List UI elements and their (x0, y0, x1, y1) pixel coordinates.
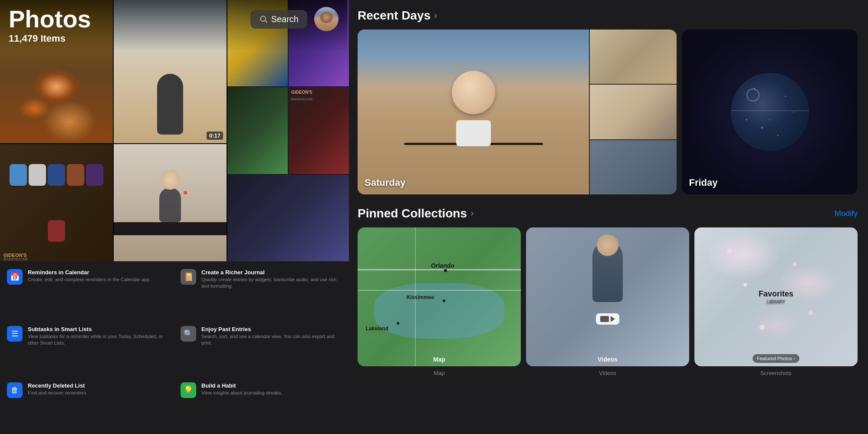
saturday-side-photos (590, 30, 677, 194)
pinned-collections-header: Pinned Collections › Modify (358, 207, 858, 220)
suggestion-desc: View insights about journaling streaks, (201, 390, 283, 396)
header-overlay: Photos 11,479 Items Search (0, 0, 347, 51)
sticker-2 (29, 164, 46, 186)
suggestion-text: Build a Habit View insights about journa… (201, 382, 283, 396)
suggestion-desc: Create, edit, and complete reminders in … (28, 276, 151, 283)
map-city-kissimmee: Kissimmee (407, 294, 434, 300)
friday-photo (682, 30, 858, 194)
suggestion-item[interactable]: 🔍 Enjoy Past Entries Search, sort, and s… (174, 322, 347, 378)
map-road (358, 269, 521, 270)
search-bar[interactable]: Search (250, 10, 307, 29)
saturday-main-photo (358, 30, 589, 194)
suggestion-text: Reminders in Calendar Create, edit, and … (28, 269, 151, 283)
friday-card[interactable]: Friday (682, 30, 858, 194)
suggestion-item[interactable]: 📔 Create a Richer Journal Quickly create… (174, 265, 347, 322)
map-city-lakeland: Lakeland (366, 326, 388, 332)
video-icon-badge (596, 313, 619, 325)
svg-line-1 (265, 21, 267, 23)
suggestion-icon: 📅 (7, 269, 23, 285)
photo-stickers[interactable]: GIDEON'S BAKEHOUSE (0, 144, 113, 261)
collection-favorites[interactable]: Favorites LIBRARY Featured Photos › (694, 227, 858, 366)
favorites-label: Favorites LIBRARY (759, 289, 793, 304)
suggestion-desc: Search, sort, and see a calendar view. Y… (201, 333, 340, 347)
poster-4: GIDEON'S BAKEHOUSE (289, 87, 349, 174)
suggestion-icon: 🔍 (181, 326, 196, 342)
user-avatar[interactable] (314, 7, 339, 31)
sticker-4 (67, 164, 84, 186)
suggestion-text: Recently Deleted List Find and recover r… (28, 382, 86, 396)
suggestion-title: Build a Habit (201, 382, 283, 389)
pinned-collections-chevron[interactable]: › (470, 208, 473, 219)
suggestion-icon: 🗑 (7, 382, 23, 398)
suggestion-desc: View subtasks for a reminder while in yo… (28, 333, 167, 347)
photos-title-block: Photos 11,479 Items (9, 7, 91, 44)
recent-days-header: Recent Days › (358, 9, 858, 23)
suggestion-icon: 📔 (181, 269, 196, 285)
collection-map-label: Map (358, 352, 521, 366)
suggestion-desc: Find and recover reminders (28, 390, 86, 396)
sticker-1 (10, 164, 27, 186)
collections-grid: Orlando Kissimmee Lakeland Map V (358, 227, 858, 366)
left-panel: 0:17 GIDEON'S BAKEHOUSE (0, 0, 347, 434)
suggestion-icon: ☰ (7, 326, 23, 342)
friday-label: Friday (689, 177, 717, 188)
sticker-6 (48, 220, 65, 242)
map-bottom-text: Map (358, 370, 521, 376)
recent-days-title: Recent Days (358, 9, 431, 23)
suggestion-item[interactable]: 💡 Build a Habit View insights about jour… (174, 378, 347, 430)
suggestion-text: Subtasks in Smart Lists View subtasks fo… (28, 326, 167, 347)
map-water-feature (374, 283, 505, 339)
recent-days-grid: Saturday Friday (358, 30, 858, 194)
saturday-label: Saturday (365, 177, 405, 188)
suggestions-panel: 📅 Reminders in Calendar Create, edit, an… (0, 260, 347, 434)
suggestion-text: Enjoy Past Entries Search, sort, and see… (201, 326, 340, 347)
suggestion-title: Recently Deleted List (28, 382, 86, 389)
map-image: Orlando Kissimmee Lakeland (358, 227, 521, 366)
right-panel: Recent Days › (347, 0, 868, 434)
suggestion-item[interactable]: 📅 Reminders in Calendar Create, edit, an… (0, 265, 174, 322)
screenshots-bottom-text: Screenshots (694, 370, 858, 376)
suggestion-icon: 💡 (181, 382, 196, 398)
suggestion-text: Create a Richer Journal Quickly create e… (201, 269, 340, 290)
collection-map[interactable]: Orlando Kissimmee Lakeland Map (358, 227, 521, 366)
suggestion-item[interactable]: ☰ Subtasks in Smart Lists View subtasks … (0, 322, 174, 378)
modify-button[interactable]: Modify (835, 209, 858, 218)
suggestion-item[interactable]: 🗑 Recently Deleted List Find and recover… (0, 378, 174, 430)
suggestion-title: Create a Richer Journal (201, 269, 340, 276)
videos-bottom-text: Videos (526, 370, 689, 376)
search-label: Search (271, 14, 299, 24)
video-duration-badge: 0:17 (207, 132, 223, 140)
suggestion-title: Enjoy Past Entries (201, 326, 340, 332)
pinned-collections-title: Pinned Collections (358, 207, 467, 220)
sticker-3 (48, 164, 65, 186)
map-city-orlando: Orlando (431, 262, 454, 269)
pinned-header-left: Pinned Collections › (358, 207, 473, 220)
svg-point-0 (260, 16, 266, 21)
collection-videos-label: Videos (526, 352, 689, 366)
poster-3 (227, 87, 288, 174)
poster-5 (227, 175, 349, 261)
collections-labels-row: Map Videos Screenshots (358, 370, 858, 376)
death-star-image (731, 73, 809, 151)
recent-days-chevron[interactable]: › (434, 10, 437, 21)
suggestion-title: Subtasks in Smart Lists (28, 326, 167, 332)
header-right: Search (250, 7, 339, 31)
suggestion-title: Reminders in Calendar (28, 269, 151, 276)
suggestion-desc: Quickly create entries by widgets, trans… (201, 276, 340, 290)
sticker-5 (86, 164, 103, 186)
saturday-card[interactable]: Saturday (358, 30, 677, 194)
app-title: Photos (9, 7, 91, 31)
item-count: 11,479 Items (9, 33, 91, 44)
collection-videos[interactable]: Videos (526, 227, 689, 366)
photo-baby-piano[interactable] (114, 144, 227, 261)
search-icon (259, 15, 268, 23)
avatar-face (314, 7, 339, 31)
videos-image (526, 227, 689, 366)
featured-photos-button[interactable]: Featured Photos › (753, 354, 799, 363)
